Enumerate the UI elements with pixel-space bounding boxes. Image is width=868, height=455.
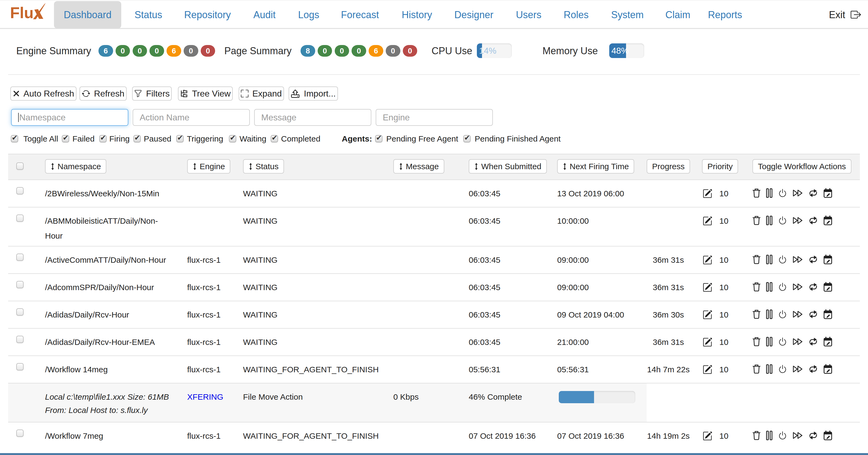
svg-text:Flu: Flu: [10, 4, 34, 22]
